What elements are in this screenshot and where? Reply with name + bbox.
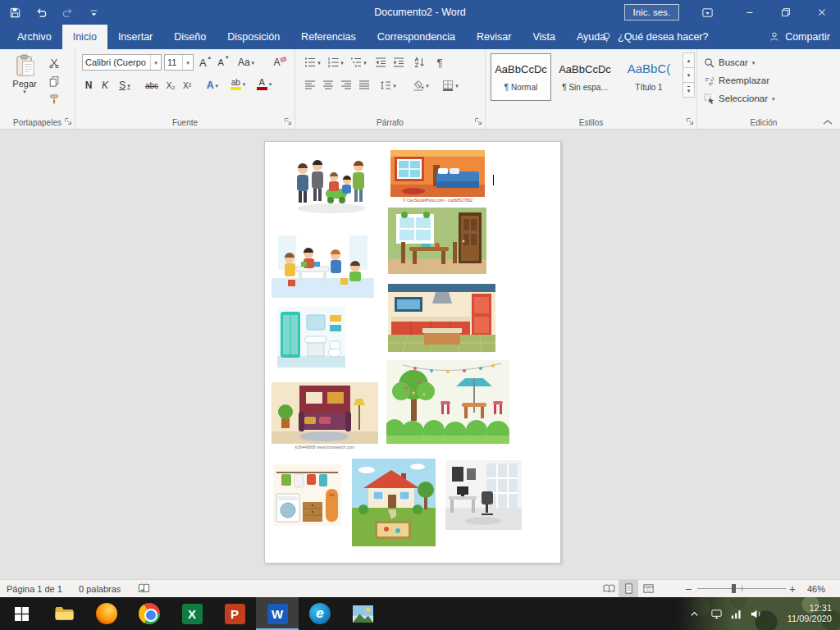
doc-image-family[interactable]: [286, 153, 377, 216]
doc-image-kitchen[interactable]: [388, 284, 495, 352]
tab-revisar[interactable]: Revisar: [466, 25, 522, 49]
change-case-button[interactable]: Aa▾: [235, 54, 258, 71]
close-button[interactable]: [804, 0, 840, 25]
style-no-spacing[interactable]: AaBbCcDc ¶ Sin espa...: [555, 53, 615, 101]
tab-diseno[interactable]: Diseño: [163, 25, 217, 49]
zoom-level[interactable]: 46%: [807, 580, 825, 597]
read-mode-button[interactable]: [599, 580, 619, 597]
chrome-icon[interactable]: [128, 597, 171, 630]
numbering-button[interactable]: ▾: [325, 54, 346, 71]
font-family-combo[interactable]: Calibri (Cuerpo ▾: [82, 54, 162, 71]
decrease-indent-button[interactable]: [372, 54, 389, 71]
copy-button[interactable]: [46, 74, 62, 89]
page-indicator[interactable]: Página 1 de 1: [7, 580, 62, 597]
tab-archivo[interactable]: Archivo: [7, 25, 62, 49]
shading-button[interactable]: ▾: [410, 77, 431, 94]
doc-image-dining-room[interactable]: [388, 208, 486, 274]
doc-image-bedroom[interactable]: © CanStockPhoto.com - csp68527802: [390, 150, 485, 203]
bullets-button[interactable]: ▾: [302, 54, 323, 71]
tray-volume-icon[interactable]: [746, 597, 765, 630]
font-size-dropdown-icon[interactable]: ▾: [182, 55, 193, 70]
firefox-icon[interactable]: [85, 597, 128, 630]
doc-image-house[interactable]: [352, 459, 436, 546]
proofing-icon[interactable]: [138, 580, 150, 597]
grow-font-button[interactable]: A▴: [197, 54, 213, 71]
doc-image-garden[interactable]: [386, 360, 509, 444]
tab-disposicion[interactable]: Disposición: [217, 25, 290, 49]
text-effects-button[interactable]: A▾: [202, 77, 223, 94]
strikethrough-button[interactable]: abc: [141, 77, 162, 94]
excel-icon[interactable]: X: [171, 597, 213, 630]
tell-me-box[interactable]: ¿Qué desea hacer?: [600, 25, 709, 49]
align-center-button[interactable]: [320, 77, 336, 94]
collapse-ribbon-button[interactable]: [822, 119, 833, 126]
multilevel-list-button[interactable]: ▾: [348, 54, 369, 71]
align-left-button[interactable]: [302, 77, 318, 94]
format-painter-button[interactable]: [46, 92, 62, 107]
taskbar-clock[interactable]: 12:31 11/09/2020: [788, 597, 837, 630]
tray-network-icon[interactable]: [727, 597, 745, 630]
font-size-combo[interactable]: 11 ▾: [164, 54, 194, 71]
line-spacing-button[interactable]: ▾: [377, 77, 399, 94]
ribbon-display-options-icon[interactable]: [701, 6, 714, 19]
font-family-dropdown-icon[interactable]: ▾: [150, 55, 161, 70]
font-dialog-launcher[interactable]: [284, 117, 292, 126]
shrink-font-button[interactable]: A▾: [215, 54, 231, 71]
paste-button[interactable]: Pegar ▾: [6, 53, 43, 114]
font-color-button[interactable]: A▾: [253, 75, 276, 92]
style-heading1[interactable]: AaBbC( Título 1: [619, 53, 679, 101]
doc-image-bathroom[interactable]: [277, 307, 345, 374]
powerpoint-icon[interactable]: P: [213, 597, 256, 630]
edge-icon[interactable]: e: [299, 597, 341, 630]
doc-image-kids[interactable]: [272, 231, 374, 298]
styles-dialog-launcher[interactable]: [686, 117, 694, 126]
find-button[interactable]: Buscar▾: [704, 54, 755, 71]
paragraph-dialog-launcher[interactable]: [474, 117, 482, 126]
sign-in-button[interactable]: Inic. ses.: [624, 4, 679, 21]
bold-button[interactable]: N: [80, 77, 97, 94]
restore-button[interactable]: [768, 0, 804, 25]
doc-image-living-room[interactable]: k36449808 www.fotosearch.com: [272, 382, 378, 450]
zoom-in-button[interactable]: +: [789, 580, 796, 597]
tray-show-hidden-icon[interactable]: [686, 597, 702, 630]
highlight-color-button[interactable]: ab▾: [226, 75, 249, 92]
borders-button[interactable]: ▾: [440, 77, 461, 94]
tab-vista[interactable]: Vista: [522, 25, 566, 49]
document-area[interactable]: © CanStockPhoto.com - csp68527802 k36449…: [0, 130, 840, 579]
minimize-button[interactable]: [732, 0, 768, 25]
share-button[interactable]: Compartir: [769, 25, 830, 49]
start-button[interactable]: [0, 597, 43, 630]
doc-image-office[interactable]: [445, 460, 522, 530]
file-explorer-icon[interactable]: [43, 597, 85, 630]
select-button[interactable]: Seleccionar▾: [704, 90, 775, 107]
style-normal[interactable]: AaBbCcDc ¶ Normal: [491, 53, 551, 101]
photos-icon[interactable]: [341, 597, 384, 630]
print-layout-button[interactable]: [619, 580, 638, 597]
doc-image-laundry[interactable]: [273, 464, 341, 526]
zoom-out-button[interactable]: −: [685, 580, 692, 597]
italic-button[interactable]: K: [97, 77, 113, 94]
word-icon-active[interactable]: W: [256, 597, 299, 630]
styles-scroll-up-icon[interactable]: ▴: [682, 52, 695, 68]
underline-button[interactable]: S▾: [113, 77, 136, 94]
cut-button[interactable]: [46, 56, 62, 71]
styles-scroll-down-icon[interactable]: ▾: [682, 67, 695, 83]
tab-inicio[interactable]: Inicio: [62, 25, 107, 49]
align-right-button[interactable]: [338, 77, 354, 94]
tab-referencias[interactable]: Referencias: [290, 25, 367, 49]
styles-gallery-expand-icon[interactable]: ▾: [682, 82, 695, 98]
tab-insertar[interactable]: Insertar: [107, 25, 163, 49]
clipboard-dialog-launcher[interactable]: [64, 117, 72, 126]
justify-button[interactable]: [356, 77, 372, 94]
subscript-button[interactable]: X₂: [162, 77, 179, 94]
tab-correspondencia[interactable]: Correspondencia: [367, 25, 466, 49]
web-layout-button[interactable]: [638, 580, 658, 597]
zoom-slider[interactable]: [697, 580, 786, 597]
show-marks-button[interactable]: ¶: [431, 54, 448, 71]
increase-indent-button[interactable]: [390, 54, 407, 71]
replace-button[interactable]: Reemplazar: [704, 72, 769, 89]
document-page[interactable]: © CanStockPhoto.com - csp68527802 k36449…: [264, 141, 561, 564]
tray-display-icon[interactable]: [707, 597, 725, 630]
word-count[interactable]: 0 palabras: [79, 580, 121, 597]
superscript-button[interactable]: X²: [179, 77, 195, 94]
